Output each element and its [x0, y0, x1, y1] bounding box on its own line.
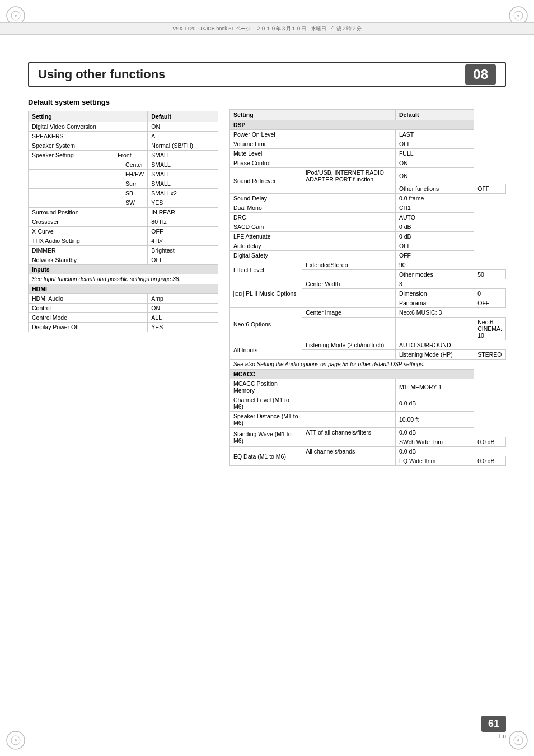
setting-cell: Effect Level [230, 260, 302, 279]
chapter-number: 08 [465, 64, 496, 85]
setting-cell: Sound Retriever [230, 168, 302, 194]
sub-cell: Surr [114, 179, 148, 189]
sub-cell [302, 232, 396, 241]
setting-cell: THX Audio Setting [29, 236, 114, 246]
sub-cell [114, 294, 148, 304]
inputs-note-cell: See Input function default and possible … [29, 274, 218, 284]
inputs-section-row: Inputs [29, 265, 218, 274]
sub-cell: SB [114, 189, 148, 198]
setting-cell [29, 160, 114, 170]
default-cell: 50 [474, 270, 506, 279]
mcacc-section-cell: MCACC [230, 370, 474, 379]
left-table-row: CenterSMALL [29, 160, 218, 170]
dsp-table-row: DD PL II Music OptionsCenter Width3 [230, 279, 506, 289]
setting-cell [302, 298, 396, 308]
default-cell: SMALL [148, 151, 218, 160]
default-cell: 0 dB [395, 222, 474, 232]
setting-cell: Control Mode [29, 313, 114, 323]
setting-cell: Mute Level [230, 149, 302, 158]
setting-cell [29, 170, 114, 179]
left-table-row: DIMMERBrightest [29, 246, 218, 255]
sub-cell [302, 194, 396, 203]
sub-cell: All channels/bands [302, 447, 396, 456]
setting-cell [302, 184, 396, 194]
sub-cell [114, 246, 148, 255]
default-cell: 0.0 frame [395, 194, 474, 203]
left-table-row: Surround PositionIN REAR [29, 208, 218, 217]
page-footer: 61 En [481, 716, 506, 739]
default-cell: FULL [395, 149, 474, 158]
setting-cell: Crossover [29, 217, 114, 227]
default-cell: ON [148, 122, 218, 132]
hdmi-table-row: HDMI AudioAmp [29, 294, 218, 304]
sub-cell: FH/FW [114, 170, 148, 179]
default-cell: M1: MEMORY 1 [395, 379, 474, 395]
default-cell: 3 [395, 279, 474, 289]
sub-cell [114, 227, 148, 236]
mcacc-table-row: EQ Data (M1 to M6)All channels/bands0.0 … [230, 447, 506, 456]
svg-point-2 [15, 15, 17, 17]
svg-point-11 [517, 739, 519, 741]
inputs-note-row: See Input function default and possible … [29, 274, 218, 284]
sub-cell [302, 222, 396, 232]
sub-cell: EQ Wide Trim [395, 456, 474, 466]
setting-cell: Volume Limit [230, 139, 302, 149]
default-cell: SMALL [148, 160, 218, 170]
sub-cell [114, 313, 148, 323]
main-content: Default system settings Setting Default … [28, 98, 506, 711]
right-col-setting: Setting [230, 110, 302, 120]
right-note-row: See also Setting the Audio options on pa… [230, 360, 506, 370]
left-table-row: FH/FWSMALL [29, 170, 218, 179]
left-table-row: Digital Video ConversionON [29, 122, 218, 132]
dsp-section-cell: DSP [230, 120, 474, 130]
default-cell: ALL [148, 313, 218, 323]
setting-cell: Neo:6 Options [230, 308, 302, 340]
sub-cell: Other modes [395, 270, 474, 279]
sub-cell [114, 122, 148, 132]
right-table: Setting Default DSPPower On LevelLASTVol… [229, 109, 506, 466]
right-column: Setting Default DSPPower On LevelLASTVol… [229, 98, 506, 466]
sub-cell [302, 241, 396, 251]
left-col-default: Default [148, 111, 218, 122]
sub-cell: ExtendedStereo [302, 260, 396, 270]
setting-cell: Auto delay [230, 241, 302, 251]
default-cell: YES [148, 198, 218, 208]
default-cell: OFF [474, 184, 506, 194]
setting-cell [302, 437, 396, 447]
dsp-table-row: Phase ControlON [230, 158, 506, 168]
sub-cell: Center [114, 160, 148, 170]
default-cell: SMALL [148, 170, 218, 179]
default-cell: OFF [148, 255, 218, 265]
sub-cell [114, 236, 148, 246]
default-cell: CH1 [395, 203, 474, 213]
default-cell: A [148, 132, 218, 141]
setting-cell: Network Standby [29, 255, 114, 265]
left-table-row: SWYES [29, 198, 218, 208]
mcacc-section-row: MCACC [230, 370, 506, 379]
left-col-sub [114, 111, 148, 122]
default-cell: Normal (SB/FH) [148, 141, 218, 151]
default-cell: ON [395, 168, 474, 184]
setting-cell [302, 456, 396, 466]
print-info-text: VSX-1120_UXJCB.book 61 ページ ２０１０年３月１０日 水曜… [172, 25, 362, 32]
default-cell: ON [395, 158, 474, 168]
default-cell: AUTO [395, 213, 474, 222]
setting-cell: Digital Safety [230, 251, 302, 260]
setting-cell: Power On Level [230, 130, 302, 139]
mcacc-table-row: Channel Level (M1 to M6)0.0 dB [230, 395, 506, 412]
setting-cell: Standing Wave (M1 to M6) [230, 428, 302, 447]
setting-cell: Phase Control [230, 158, 302, 168]
left-table: Setting Default Digital Video Conversion… [28, 111, 218, 332]
dsp-table-row: All InputsListening Mode (2 ch/multi ch)… [230, 340, 506, 350]
svg-point-8 [15, 739, 17, 741]
default-cell: ON [148, 304, 218, 313]
sub-cell [302, 379, 396, 395]
setting-cell: Speaker System [29, 141, 114, 151]
default-cell: SMALL [148, 179, 218, 189]
dsp-table-row: SACD Gain0 dB [230, 222, 506, 232]
default-cell: Neo:6 CINEMA: 10 [474, 318, 506, 340]
page-lang: En [499, 733, 506, 739]
default-cell: OFF [148, 227, 218, 236]
sub-cell: ATT of all channels/filters [302, 428, 396, 437]
default-cell: Neo:6 MUSIC: 3 [395, 308, 474, 318]
